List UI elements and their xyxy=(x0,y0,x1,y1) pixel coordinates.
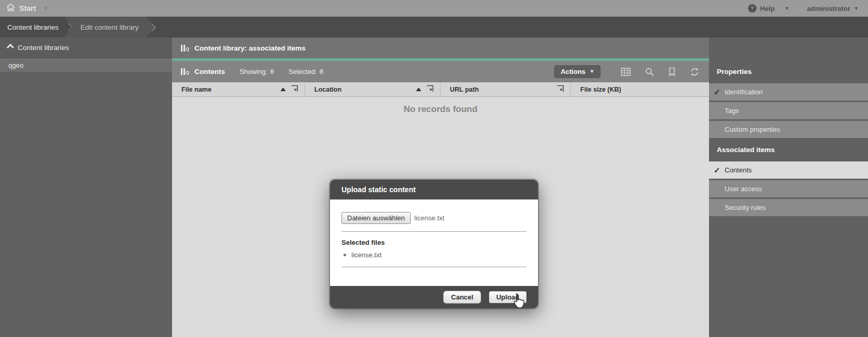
home-icon xyxy=(6,3,15,14)
cancel-button[interactable]: Cancel xyxy=(443,291,481,304)
column-header-location[interactable]: Location xyxy=(305,82,441,96)
user-label: administrator xyxy=(807,5,850,13)
filter-icon[interactable] xyxy=(426,85,434,94)
help-icon: ? xyxy=(748,4,756,13)
filter-icon[interactable] xyxy=(290,85,298,94)
help-menu[interactable]: ? Help ▼ xyxy=(748,4,789,13)
divider xyxy=(341,267,527,267)
sidebar-item-user-access[interactable]: User access xyxy=(709,180,868,197)
sidebar-item-custom-properties[interactable]: Custom properties xyxy=(709,121,868,138)
properties-sidebar: Properties ✓ Identification Tags Custom … xyxy=(709,38,868,337)
selected-count: Selected: 0 xyxy=(289,68,324,76)
selected-file-item: license.txt xyxy=(341,251,527,259)
check-icon: ✓ xyxy=(714,88,720,97)
search-icon[interactable] xyxy=(645,67,654,77)
divider xyxy=(341,231,527,232)
refresh-icon[interactable] xyxy=(690,67,700,77)
bookmark-icon[interactable] xyxy=(668,67,676,77)
page-title: Content library: associated items xyxy=(194,44,305,52)
dialog-body: Dateien auswählen license.txt Selected f… xyxy=(330,199,538,286)
actions-button[interactable]: Actions ▼ xyxy=(554,65,601,78)
section-header-properties: Properties xyxy=(709,66,868,77)
bullet-icon xyxy=(344,254,346,256)
sort-asc-icon xyxy=(416,88,421,91)
sort-asc-icon xyxy=(280,88,286,91)
qlik-icon: Q xyxy=(181,45,189,52)
sidebar-item-contents[interactable]: ✓ Contents xyxy=(709,161,868,179)
breadcrumb-edit-content-library[interactable]: Edit content library xyxy=(64,17,154,38)
chevron-down-icon: ▼ xyxy=(785,6,789,11)
left-sidebar: Content libraries qgeo xyxy=(0,38,172,337)
sidebar-item-tags[interactable]: Tags xyxy=(709,102,868,119)
chevron-up-icon xyxy=(7,44,14,51)
qlik-icon: Q xyxy=(181,68,189,75)
sidebar-item-identification[interactable]: ✓ Identification xyxy=(709,83,868,101)
selected-files-heading: Selected files xyxy=(341,239,527,246)
start-menu[interactable]: Start ▼ xyxy=(6,3,48,14)
start-label: Start xyxy=(19,4,36,13)
panel-header: Q Content library: associated items xyxy=(172,38,709,58)
breadcrumb: Content libraries Edit content library xyxy=(0,17,868,38)
chevron-down-icon: ▼ xyxy=(43,6,48,11)
file-input-value: license.txt xyxy=(414,214,445,222)
toolbar-title: Contents xyxy=(194,68,225,76)
dialog-title: Upload static content xyxy=(330,180,538,199)
sidebar-item-qgeo[interactable]: qgeo xyxy=(0,57,172,72)
sidebar-item-label: qgeo xyxy=(8,61,23,69)
breadcrumb-content-libraries[interactable]: Content libraries xyxy=(0,17,69,38)
upload-dialog: Upload static content Dateien auswählen … xyxy=(330,180,538,308)
table-header: File name Location URL path File size (K… xyxy=(172,82,709,97)
upload-button[interactable]: Upload xyxy=(488,290,528,304)
column-header-file-size[interactable]: File size (KB) xyxy=(571,82,709,96)
user-menu[interactable]: administrator ▼ xyxy=(807,5,859,13)
help-label: Help xyxy=(760,5,775,13)
filter-icon[interactable] xyxy=(556,85,564,94)
chevron-down-icon: ▼ xyxy=(854,6,859,11)
top-bar: Start ▼ ? Help ▼ administrator ▼ xyxy=(0,0,868,17)
section-header-associated-items: Associated items xyxy=(709,144,868,155)
sidebar-header-label: Content libraries xyxy=(18,44,69,52)
column-selector-icon[interactable] xyxy=(621,68,631,76)
column-header-url-path[interactable]: URL path xyxy=(441,82,571,96)
column-header-file-name[interactable]: File name xyxy=(172,82,305,96)
file-choose-button[interactable]: Dateien auswählen xyxy=(341,212,411,224)
dialog-footer: Cancel Upload xyxy=(330,286,538,308)
showing-count: Showing: 0 xyxy=(240,68,274,76)
sidebar-header-content-libraries[interactable]: Content libraries xyxy=(0,38,172,57)
check-icon: ✓ xyxy=(714,166,720,175)
chevron-down-icon: ▼ xyxy=(590,69,594,74)
contents-toolbar: Q Contents Showing: 0 Selected: 0 Action… xyxy=(172,61,709,82)
sidebar-item-security-rules[interactable]: Security rules xyxy=(709,199,868,216)
